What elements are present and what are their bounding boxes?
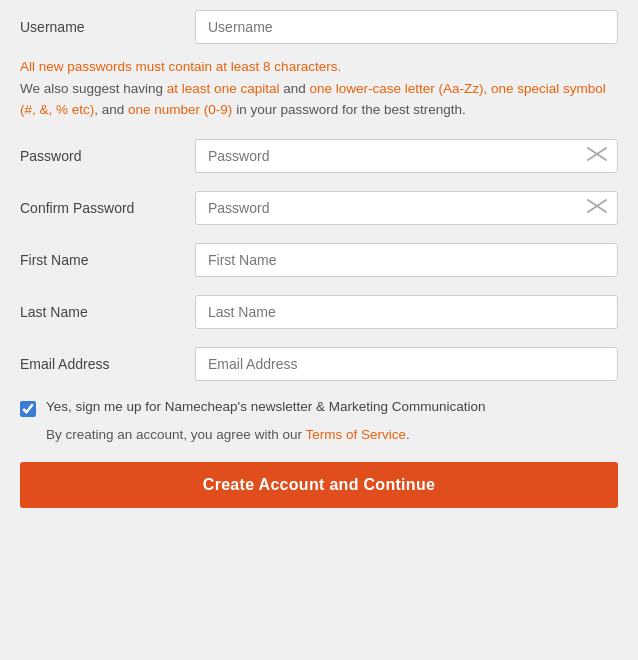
last-name-label: Last Name — [20, 304, 195, 320]
newsletter-checkbox[interactable] — [20, 401, 36, 417]
confirm-password-label: Confirm Password — [20, 200, 195, 216]
terms-link[interactable]: Terms of Service — [305, 427, 406, 442]
password-info-box: All new passwords must contain at least … — [20, 56, 618, 121]
username-label: Username — [20, 19, 195, 35]
confirm-password-toggle-icon[interactable] — [586, 198, 608, 218]
registration-form: Username All new passwords must contain … — [0, 0, 638, 528]
first-name-label: First Name — [20, 252, 195, 268]
terms-row: By creating an account, you agree with o… — [20, 427, 618, 442]
username-input-wrap — [195, 10, 618, 44]
create-account-button[interactable]: Create Account and Continue — [20, 462, 618, 508]
first-name-row: First Name — [20, 243, 618, 277]
info-line2: We also suggest having at least one capi… — [20, 78, 618, 121]
password-toggle-icon[interactable] — [586, 146, 608, 166]
info-highlight-lower: one lower-case letter (Aa-Zz), — [309, 81, 487, 96]
username-input[interactable] — [195, 10, 618, 44]
password-row: Password — [20, 139, 618, 173]
email-input[interactable] — [195, 347, 618, 381]
newsletter-row: Yes, sign me up for Namecheap's newslett… — [20, 399, 618, 417]
last-name-row: Last Name — [20, 295, 618, 329]
first-name-input[interactable] — [195, 243, 618, 277]
email-input-wrap — [195, 347, 618, 381]
email-label: Email Address — [20, 356, 195, 372]
username-row: Username — [20, 10, 618, 44]
password-input[interactable] — [195, 139, 618, 173]
confirm-password-input[interactable] — [195, 191, 618, 225]
terms-text: By creating an account, you agree with o… — [46, 427, 305, 442]
last-name-input[interactable] — [195, 295, 618, 329]
email-row: Email Address — [20, 347, 618, 381]
first-name-input-wrap — [195, 243, 618, 277]
confirm-password-row: Confirm Password — [20, 191, 618, 225]
confirm-password-input-wrap — [195, 191, 618, 225]
info-highlight-number: one number (0-9) — [128, 102, 232, 117]
info-line1: All new passwords must contain at least … — [20, 56, 618, 78]
info-line1-text: All new passwords must contain at least … — [20, 59, 341, 74]
newsletter-label: Yes, sign me up for Namecheap's newslett… — [46, 399, 486, 414]
last-name-input-wrap — [195, 295, 618, 329]
password-label: Password — [20, 148, 195, 164]
password-input-wrap — [195, 139, 618, 173]
terms-period: . — [406, 427, 410, 442]
info-highlight-capital: at least one capital — [167, 81, 280, 96]
